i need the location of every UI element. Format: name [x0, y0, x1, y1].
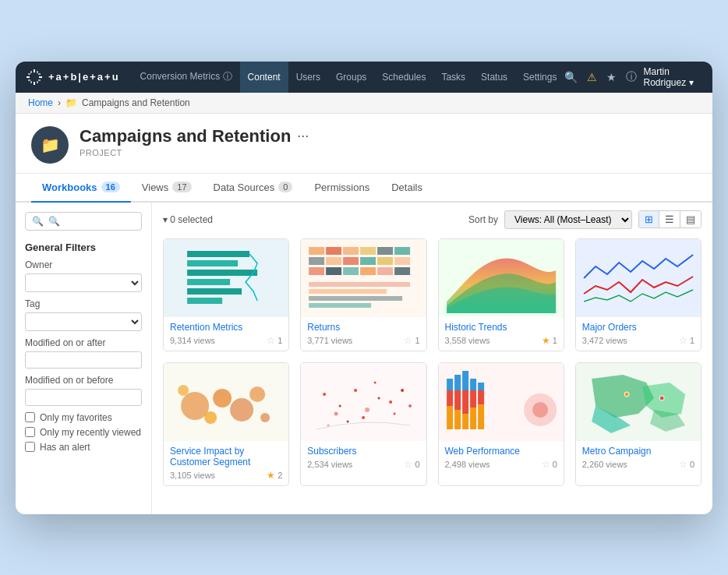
star-icon[interactable]: ★	[267, 470, 275, 481]
card-info: Metro Campaign 2,260 views ☆ 0	[576, 441, 701, 474]
sort-select[interactable]: Views: All (Most–Least)	[504, 210, 632, 229]
star-icon[interactable]: ☆	[542, 459, 550, 470]
card-title[interactable]: Retention Metrics	[170, 322, 282, 333]
recently-viewed-checkbox[interactable]	[25, 427, 35, 437]
svg-rect-33	[326, 267, 341, 275]
breadcrumb-home[interactable]: Home	[28, 97, 53, 108]
workbook-card-metro-campaign[interactable]: Metro Campaign 2,260 views ☆ 0	[575, 362, 701, 486]
card-title[interactable]: Service Impact by Customer Segment	[170, 446, 282, 467]
svg-rect-1	[34, 82, 35, 85]
svg-rect-7	[38, 79, 41, 81]
tab-permissions[interactable]: Permissions	[303, 174, 380, 203]
card-thumbnail	[576, 239, 701, 317]
nav-settings[interactable]: Settings	[515, 62, 564, 93]
tag-filter[interactable]	[25, 312, 142, 331]
nav-icons: 🔍 ⚠ ★ ⓘ	[564, 70, 637, 84]
svg-rect-14	[187, 260, 238, 266]
workbook-card-major-orders[interactable]: Major Orders 3,472 views ☆ 1	[575, 238, 701, 351]
svg-rect-32	[309, 267, 324, 275]
card-title[interactable]: Web Performance	[445, 446, 557, 457]
svg-rect-39	[309, 289, 387, 294]
alert-checkbox-label[interactable]: Has an alert	[25, 442, 142, 453]
breadcrumb-sep: ›	[58, 97, 61, 108]
card-favorites: ☆ 1	[404, 335, 419, 346]
modified-before-input[interactable]	[25, 389, 142, 406]
compact-view-button[interactable]: ▤	[680, 211, 701, 228]
browser-window: +a+b|e+a+u Conversion Metrics ⓘ Content …	[16, 62, 712, 514]
workbook-card-service-impact[interactable]: Service Impact by Customer Segment 3,105…	[163, 362, 289, 486]
tab-data-sources[interactable]: Data Sources 0	[203, 174, 304, 203]
svg-rect-81	[478, 390, 484, 404]
card-title[interactable]: Subscribers	[307, 446, 419, 457]
user-menu[interactable]: Martin Rodriguez ▾	[643, 66, 703, 88]
card-meta: 3,771 views ☆ 1	[307, 335, 419, 346]
nav-groups[interactable]: Groups	[328, 62, 374, 93]
workbook-card-historic-trends[interactable]: Historic Trends 3,558 views ★ 1	[438, 238, 564, 351]
card-views: 2,498 views	[445, 460, 490, 469]
search-box[interactable]: 🔍	[25, 212, 142, 231]
svg-rect-6	[28, 73, 30, 75]
alert-icon[interactable]: ⚠	[587, 71, 597, 83]
favorites-checkbox-label[interactable]: Only my favorites	[25, 412, 142, 423]
star-icon[interactable]: ☆	[404, 335, 412, 346]
card-title[interactable]: Major Orders	[582, 322, 694, 333]
general-filters: General Filters Owner Tag Modified on or…	[25, 242, 142, 453]
star-icon[interactable]: ☆	[404, 459, 412, 470]
card-title[interactable]: Metro Campaign	[582, 446, 694, 457]
svg-rect-68	[447, 379, 453, 390]
alert-checkbox[interactable]	[25, 442, 35, 452]
selected-count[interactable]: ▾ 0 selected	[163, 214, 213, 225]
card-title[interactable]: Returns	[307, 322, 419, 333]
tab-views[interactable]: Views 17	[131, 174, 203, 203]
list-view-button[interactable]: ☰	[659, 211, 680, 228]
search-input[interactable]	[48, 216, 135, 227]
owner-filter[interactable]	[25, 273, 142, 292]
nav-users[interactable]: Users	[288, 62, 328, 93]
nav-schedules[interactable]: Schedules	[374, 62, 433, 93]
nav-status[interactable]: Status	[473, 62, 515, 93]
svg-point-57	[378, 397, 380, 399]
nav-project-link[interactable]: Conversion Metrics ⓘ	[133, 62, 240, 93]
logo[interactable]: +a+b|e+a+u	[25, 68, 120, 86]
recently-viewed-checkbox-label[interactable]: Only my recently viewed	[25, 427, 142, 438]
search-icon[interactable]: 🔍	[564, 71, 578, 83]
star-icon[interactable]: ☆	[267, 335, 275, 346]
svg-rect-24	[377, 247, 393, 255]
card-thumbnail	[439, 239, 564, 317]
star-icon[interactable]: ☆	[679, 459, 687, 470]
nav-tasks[interactable]: Tasks	[433, 62, 473, 93]
fav-count: 1	[690, 336, 694, 345]
svg-rect-70	[447, 406, 453, 429]
tab-workbooks[interactable]: Workbooks 16	[31, 174, 131, 203]
svg-rect-29	[360, 257, 376, 265]
svg-rect-2	[27, 76, 30, 78]
project-menu-button[interactable]: ···	[297, 128, 309, 144]
svg-rect-20	[309, 247, 324, 255]
favorites-icon[interactable]: ★	[606, 71, 617, 83]
svg-rect-38	[309, 282, 410, 287]
card-thumbnail	[164, 363, 288, 441]
star-icon[interactable]: ☆	[679, 335, 687, 346]
tab-details[interactable]: Details	[380, 174, 433, 203]
tag-label: Tag	[25, 298, 142, 309]
star-icon[interactable]: ★	[542, 335, 550, 346]
card-info: Retention Metrics 9,314 views ☆ 1	[164, 317, 288, 351]
card-views: 3,558 views	[445, 336, 490, 345]
card-meta: 3,105 views ★ 2	[170, 470, 282, 481]
modified-after-input[interactable]	[25, 351, 142, 369]
svg-point-53	[323, 393, 326, 396]
top-navigation: +a+b|e+a+u Conversion Metrics ⓘ Content …	[16, 62, 712, 93]
favorites-checkbox[interactable]	[25, 412, 35, 422]
grid-view-button[interactable]: ⊞	[639, 211, 659, 228]
workbook-card-retention-metrics[interactable]: Retention Metrics 9,314 views ☆ 1	[163, 238, 289, 351]
workbook-card-returns[interactable]: Returns 3,771 views ☆ 1	[300, 238, 426, 351]
svg-rect-30	[377, 257, 393, 265]
info-icon[interactable]: ⓘ	[626, 70, 637, 84]
workbook-card-subscribers[interactable]: Subscribers 2,534 views ☆ 0	[300, 362, 426, 486]
workbook-card-web-performance[interactable]: Web Performance 2,498 views ☆ 0	[438, 362, 564, 486]
tabs-bar: Workbooks 16 Views 17 Data Sources 0 Per…	[16, 174, 712, 203]
card-title[interactable]: Historic Trends	[445, 322, 557, 333]
search-icon: 🔍	[32, 216, 44, 227]
card-views: 2,260 views	[582, 460, 627, 469]
nav-content[interactable]: Content	[240, 62, 288, 93]
